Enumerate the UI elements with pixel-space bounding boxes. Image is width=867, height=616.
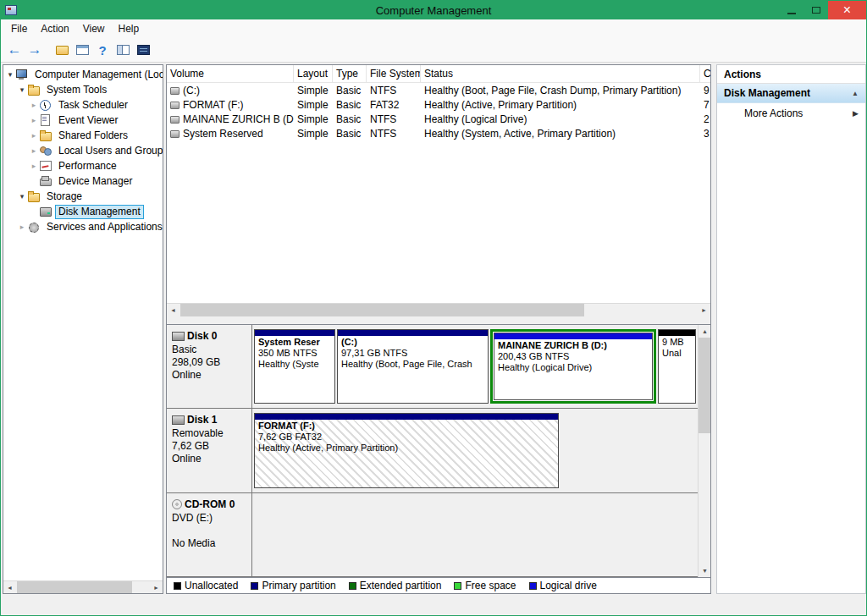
scroll-up-arrow-icon[interactable] xyxy=(699,325,710,338)
collapsed-arrow-icon[interactable]: ▸ xyxy=(29,116,39,124)
collapsed-arrow-icon[interactable]: ▸ xyxy=(29,131,39,140)
scrollbar-track[interactable] xyxy=(179,304,698,316)
submenu-arrow-icon: ▶ xyxy=(853,109,859,118)
scroll-left-arrow-icon[interactable] xyxy=(3,581,16,593)
menu-file[interactable]: File xyxy=(4,20,34,37)
expanded-arrow-icon[interactable]: ▾ xyxy=(5,70,15,79)
partition-c[interactable]: (C:)97,31 GB NTFSHealthy (Boot, Page Fil… xyxy=(337,329,489,404)
tree-item-disk-management[interactable]: Disk Management xyxy=(3,204,163,219)
disk-view-vertical-scrollbar[interactable] xyxy=(698,325,710,577)
tree-item-label: Event Viewer xyxy=(55,113,121,128)
column-header-c[interactable]: C xyxy=(700,65,710,82)
volume-row-system-reserved[interactable]: System ReservedSimpleBasicNTFSHealthy (S… xyxy=(167,126,710,140)
partition-legend: UnallocatedPrimary partitionExtended par… xyxy=(167,577,710,593)
collapsed-arrow-icon[interactable]: ▸ xyxy=(17,223,27,231)
minimize-button[interactable] xyxy=(779,1,803,19)
menu-action[interactable]: Action xyxy=(34,20,75,37)
partition-format-f[interactable]: FORMAT (F:)7,62 GB FAT32Healthy (Active,… xyxy=(254,413,559,487)
column-header-status[interactable]: Status xyxy=(421,65,700,82)
forward-button[interactable] xyxy=(25,40,45,60)
scrollbar-thumb[interactable] xyxy=(17,581,132,593)
tree-item-system-tools[interactable]: ▾System Tools xyxy=(3,82,163,97)
console-window-icon xyxy=(76,45,89,55)
folder-button[interactable] xyxy=(52,40,72,60)
scroll-right-arrow-icon[interactable] xyxy=(150,581,163,593)
scrollbar-thumb[interactable] xyxy=(699,338,710,433)
tree-item-performance[interactable]: ▸Performance xyxy=(3,158,163,173)
partition-label: MAINANE ZURICH B (D:) xyxy=(498,340,649,351)
partition-size: 97,31 GB NTFS xyxy=(341,348,484,359)
legend-swatch xyxy=(349,582,356,590)
collapsed-arrow-icon[interactable]: ▸ xyxy=(29,146,39,155)
partition-system-reser[interactable]: System Reser350 MB NTFSHealthy (Syste xyxy=(254,329,335,404)
volume-status: Healthy (Active, Primary Partition) xyxy=(421,99,700,111)
scroll-left-arrow-icon[interactable] xyxy=(167,304,179,316)
volume-row-format-f[interactable]: FORMAT (F:)SimpleBasicFAT32Healthy (Acti… xyxy=(167,97,710,112)
close-button[interactable] xyxy=(828,1,866,19)
expanded-arrow-icon[interactable]: ▾ xyxy=(17,85,27,94)
volume-file-system: NTFS xyxy=(367,113,421,125)
volume-row-c[interactable]: (C:)SimpleBasicNTFSHealthy (Boot, Page F… xyxy=(167,83,710,97)
disk-management-section-header[interactable]: Disk Management ▲ xyxy=(717,84,865,103)
legend-item-free-space: Free space xyxy=(454,580,516,591)
tree-item-device-manager[interactable]: Device Manager xyxy=(3,173,163,189)
device-manager-icon xyxy=(39,175,52,187)
scrollbar-thumb[interactable] xyxy=(180,304,584,316)
system-tools-icon xyxy=(27,84,40,96)
panel-splitter[interactable] xyxy=(167,316,710,324)
collapsed-arrow-icon[interactable]: ▸ xyxy=(29,101,39,109)
tree-item-event-viewer[interactable]: ▸Event Viewer xyxy=(3,113,163,128)
back-button[interactable] xyxy=(4,40,25,60)
disk-info-box[interactable]: Disk 0Basic298,09 GBOnline xyxy=(167,325,252,408)
collapse-chevron-icon[interactable]: ▲ xyxy=(852,90,859,97)
restore-button[interactable] xyxy=(803,1,828,19)
column-header-volume[interactable]: Volume xyxy=(167,65,294,82)
volume-name: FORMAT (F:) xyxy=(167,99,294,111)
tree-item-task-scheduler[interactable]: ▸Task Scheduler xyxy=(3,97,163,113)
actions-panel: Actions Disk Management ▲ More Actions ▶ xyxy=(716,64,866,594)
more-actions-label: More Actions xyxy=(744,107,803,119)
partition-mainane-zurich-b-d[interactable]: MAINANE ZURICH B (D:)200,43 GB NTFSHealt… xyxy=(494,333,653,400)
menu-view[interactable]: View xyxy=(76,20,112,37)
menu-help[interactable]: Help xyxy=(112,20,146,37)
scrollbar-track[interactable] xyxy=(16,581,150,593)
tree-item-local-users-and-groups[interactable]: ▸Local Users and Groups xyxy=(3,143,163,158)
volume-row-mainane-zurich-b-d[interactable]: MAINANE ZURICH B (D:)SimpleBasicNTFSHeal… xyxy=(167,112,710,126)
volume-list-header: VolumeLayoutTypeFile SystemStatusC xyxy=(167,65,710,83)
disk-info-box[interactable]: CD-ROM 0DVD (E:) No Media xyxy=(167,493,252,576)
partition-unallocated[interactable]: 9 MBUnal xyxy=(658,329,696,404)
console-window-button[interactable] xyxy=(72,40,92,60)
section-label: Disk Management xyxy=(724,87,810,99)
partition-status: Healthy (Active, Primary Partition) xyxy=(258,443,555,454)
tree-item-computer-management-local[interactable]: ▾Computer Management (Local xyxy=(3,67,163,82)
disk-info-line xyxy=(172,525,251,537)
legend-swatch xyxy=(174,582,181,590)
expanded-arrow-icon[interactable]: ▾ xyxy=(17,192,27,201)
disk-info-line: No Media xyxy=(172,537,251,550)
disk-info-line: Basic xyxy=(172,344,251,356)
disk-management-panel: VolumeLayoutTypeFile SystemStatusC (C:)S… xyxy=(166,64,711,594)
scroll-right-arrow-icon[interactable] xyxy=(698,304,710,316)
partition-label: (C:) xyxy=(341,337,484,348)
scrollbar-track[interactable] xyxy=(699,338,710,564)
collapsed-arrow-icon[interactable]: ▸ xyxy=(29,162,39,170)
volume-capacity: 3 xyxy=(700,128,710,140)
disk-info-line: Online xyxy=(172,369,251,382)
help-button[interactable] xyxy=(92,40,113,60)
more-actions-item[interactable]: More Actions ▶ xyxy=(717,103,865,124)
scroll-down-arrow-icon[interactable] xyxy=(699,564,710,577)
tree-horizontal-scrollbar[interactable] xyxy=(3,580,163,593)
column-header-type[interactable]: Type xyxy=(333,65,367,82)
disk-view-button[interactable] xyxy=(133,40,153,60)
column-header-file-system[interactable]: File System xyxy=(367,65,421,82)
disk-info-box[interactable]: Disk 1Removable7,62 GBOnline xyxy=(167,409,252,492)
partition-label: System Reser xyxy=(258,337,331,348)
volume-list-horizontal-scrollbar[interactable] xyxy=(167,303,710,316)
column-header-layout[interactable]: Layout xyxy=(294,65,333,82)
tree-item-shared-folders[interactable]: ▸Shared Folders xyxy=(3,128,163,143)
tree-item-services-and-applications[interactable]: ▸Services and Applications xyxy=(3,219,163,234)
task-scheduler-icon xyxy=(39,99,52,111)
show-hide-panel-button[interactable] xyxy=(113,40,133,60)
tree-item-storage[interactable]: ▾Storage xyxy=(3,189,163,204)
volume-layout: Simple xyxy=(294,85,333,96)
